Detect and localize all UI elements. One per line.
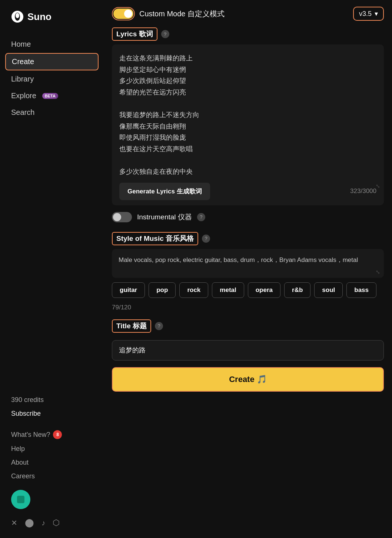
sidebar-links: What's New? 8 Help About Careers [11, 428, 93, 482]
title-help-icon[interactable]: ? [155, 322, 163, 330]
tiktok-icon[interactable]: ♪ [41, 519, 45, 527]
suno-logo-icon [11, 10, 24, 23]
main-content: Custom Mode 自定义模式 v3.5 ▾ Lyrics 歌词 ? 走在这… [104, 0, 392, 538]
version-label: v3.5 [359, 10, 372, 18]
whats-new-badge: 8 [53, 430, 62, 439]
about-link[interactable]: About [11, 456, 93, 469]
lyrics-text: 走在这条充满荆棘的路上 脚步坚定却心中有迷惘 多少次跌倒后站起仰望 希望的光芒在… [119, 53, 376, 177]
nav-label-explore: Explore [11, 92, 36, 100]
logo-text: Suno [27, 11, 52, 23]
style-box: Male vocals, pop rock, electric guitar, … [112, 249, 384, 278]
logo-area: Suno [0, 10, 104, 23]
tag-soul[interactable]: soul [314, 282, 343, 298]
chevron-down-icon: ▾ [375, 10, 378, 18]
tag-rock[interactable]: rock [179, 282, 208, 298]
lyrics-help-icon[interactable]: ? [161, 30, 169, 38]
tag-pop[interactable]: pop [149, 282, 176, 298]
lyrics-label: Lyrics 歌词 [112, 27, 157, 41]
tag-rb[interactable]: r&b [284, 282, 310, 298]
svg-point-2 [16, 13, 19, 18]
about-label: About [11, 459, 29, 466]
style-text: Male vocals, pop rock, electric guitar, … [119, 255, 377, 273]
discord-icon[interactable]: ⬡ [53, 518, 60, 528]
avatar[interactable] [11, 490, 30, 509]
custom-mode-area: Custom Mode 自定义模式 [112, 7, 225, 20]
instrumental-toggle[interactable] [112, 212, 132, 222]
style-resize-handle: ⤡ [376, 269, 380, 275]
title-section: Title 标题 ? [112, 319, 384, 361]
lyrics-bottom: Generate Lyrics 生成歌词 323/3000 [119, 183, 376, 200]
create-button-label: Create 🎵 [229, 375, 267, 384]
version-button[interactable]: v3.5 ▾ [353, 7, 384, 21]
sidebar-bottom: 390 credits Subscribe What's New? 8 Help… [0, 394, 104, 528]
custom-mode-label: Custom Mode 自定义模式 [139, 9, 225, 19]
nav-item-library[interactable]: Library [5, 71, 99, 87]
create-button-wrapper: Create 🎵 [112, 367, 384, 392]
nav-label-home: Home [11, 40, 31, 49]
instrumental-help-icon[interactable]: ? [197, 213, 205, 221]
instrumental-row: Instrumental 仪器 ? [112, 212, 384, 222]
avatar-inner [17, 496, 24, 503]
tag-bass[interactable]: bass [346, 282, 376, 298]
instrumental-label: Instrumental 仪器 [137, 212, 192, 222]
nav-item-search[interactable]: Search [5, 104, 99, 120]
nav-item-create[interactable]: Create [5, 53, 99, 70]
title-label: Title 标题 [112, 319, 151, 333]
tag-guitar[interactable]: guitar [112, 282, 145, 298]
credits-display: 390 credits [11, 394, 93, 406]
nav-label-create: Create [12, 57, 34, 66]
toggle-knob [124, 10, 132, 18]
sidebar: Suno Home Create Library Explore BETA Se… [0, 0, 104, 538]
whats-new-label: What's New? [11, 431, 50, 439]
social-icons-row: ✕ ⬤ ♪ ⬡ [11, 518, 93, 528]
title-input[interactable] [112, 340, 384, 361]
top-bar: Custom Mode 自定义模式 v3.5 ▾ [112, 7, 384, 21]
nav-label-library: Library [11, 75, 34, 83]
generate-lyrics-button[interactable]: Generate Lyrics 生成歌词 [119, 183, 210, 200]
whats-new-link[interactable]: What's New? 8 [11, 428, 93, 441]
nav-item-explore[interactable]: Explore BETA [5, 88, 99, 104]
tag-metal[interactable]: metal [212, 282, 244, 298]
nav-label-search: Search [11, 108, 34, 117]
custom-mode-toggle[interactable] [113, 9, 133, 19]
careers-label: Careers [11, 472, 35, 480]
instagram-icon[interactable]: ⬤ [25, 518, 34, 528]
lyrics-section-label: Lyrics 歌词 ? [112, 27, 384, 41]
nav-menu: Home Create Library Explore BETA Search [0, 36, 104, 120]
style-help-icon[interactable]: ? [202, 235, 210, 243]
lyrics-char-count: 323/3000 [350, 187, 376, 195]
style-label: Style of Music 音乐风格 [112, 232, 198, 245]
title-section-label: Title 标题 ? [112, 319, 384, 333]
style-section-label: Style of Music 音乐风格 ? [112, 232, 384, 245]
help-link[interactable]: Help [11, 443, 93, 455]
subscribe-button[interactable]: Subscribe [11, 408, 93, 420]
nav-item-home[interactable]: Home [5, 36, 99, 52]
lyrics-box: 走在这条充满荆棘的路上 脚步坚定却心中有迷惘 多少次跌倒后站起仰望 希望的光芒在… [112, 44, 384, 205]
custom-mode-toggle-wrapper[interactable] [112, 7, 135, 20]
style-tags: guitar pop rock metal opera r&b soul bas… [112, 282, 384, 311]
beta-badge: BETA [42, 93, 58, 99]
careers-link[interactable]: Careers [11, 470, 93, 482]
create-button[interactable]: Create 🎵 [112, 367, 384, 392]
style-char-count: 79/120 [112, 304, 131, 311]
tag-opera[interactable]: opera [248, 282, 280, 298]
resize-handle: ⤡ [376, 183, 380, 189]
instrumental-toggle-knob [113, 213, 121, 221]
x-icon[interactable]: ✕ [11, 518, 17, 527]
help-label: Help [11, 445, 25, 453]
